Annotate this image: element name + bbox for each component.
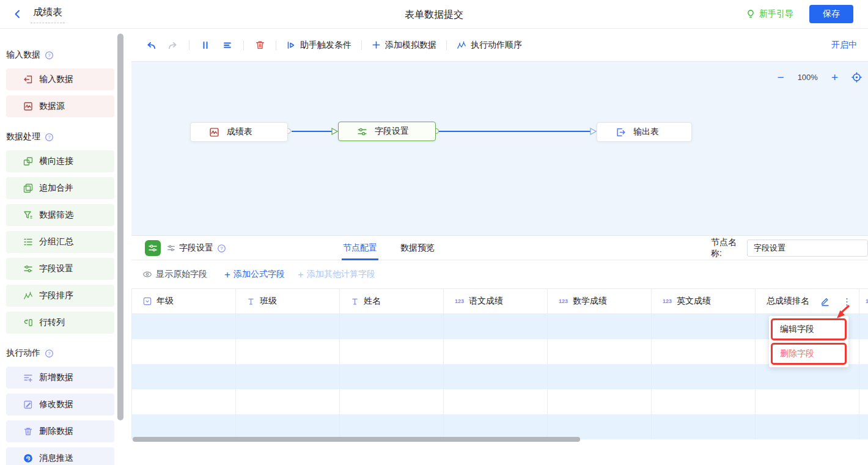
help-icon[interactable]: ? [45, 133, 54, 142]
section-header-actions: 执行动作 ? [6, 347, 114, 359]
zoom-in-icon[interactable]: + [831, 71, 838, 83]
table-cell[interactable] [132, 339, 236, 364]
column-header-chinese-score[interactable]: 123 语文成绩 [444, 289, 548, 313]
table-cell[interactable] [548, 314, 652, 339]
assistant-trigger-button[interactable]: 助手触发条件 [286, 40, 351, 51]
sidebar-item-message-push[interactable]: 消息推送 [6, 447, 114, 465]
table-cell[interactable] [548, 339, 652, 364]
table-cell[interactable] [236, 364, 340, 389]
select-field-icon [143, 297, 152, 306]
horizontal-join-icon [23, 156, 33, 166]
sidebar-item-modify-data[interactable]: 修改数据 [6, 394, 114, 416]
add-other-calc-field-button[interactable]: + 添加其他计算字段 [298, 269, 375, 280]
delete-node-icon[interactable] [254, 39, 266, 51]
horizontal-layout-icon[interactable] [221, 39, 234, 51]
redo-icon[interactable] [167, 39, 179, 51]
sidebar-item-append-merge[interactable]: 追加合并 [6, 177, 114, 199]
sidebar-item-field-settings[interactable]: 字段设置 [6, 258, 114, 280]
panel-node-title[interactable]: 字段设置 [179, 243, 213, 254]
table-cell[interactable] [444, 314, 548, 339]
table-cell[interactable] [340, 364, 444, 389]
column-header-grade[interactable]: 年级 [132, 289, 236, 313]
table-cell[interactable] [340, 414, 444, 439]
menu-item-delete-field[interactable]: 删除字段 [771, 343, 847, 365]
edit-field-icon[interactable] [820, 296, 830, 306]
sidebar-item-add-data[interactable]: 新增数据 [6, 367, 114, 389]
help-icon[interactable]: ? [217, 244, 226, 253]
table-cell[interactable] [652, 389, 756, 414]
table-cell[interactable] [444, 414, 548, 439]
table-cell[interactable] [236, 314, 340, 339]
sidebar-scrollbar-thumb[interactable] [117, 34, 123, 420]
tab-data-preview[interactable]: 数据预览 [399, 236, 436, 260]
table-cell[interactable] [132, 364, 236, 389]
beginner-guide-button[interactable]: 新手引导 [746, 9, 793, 20]
sidebar-item-data-source[interactable]: 数据源 [6, 95, 114, 117]
tab-node-config[interactable]: 节点配置 [342, 236, 378, 260]
node-source-table[interactable]: 成绩表 [190, 122, 288, 142]
scrollbar-thumb[interactable] [133, 437, 580, 442]
add-formula-field-button[interactable]: + 添加公式字段 [224, 269, 285, 280]
table-cell[interactable] [548, 414, 652, 439]
add-mock-data-button[interactable]: 添加模拟数据 [372, 40, 436, 51]
column-header-math-score[interactable]: 123 数学成绩 [548, 289, 652, 313]
table-cell[interactable] [444, 364, 548, 389]
table-cell[interactable] [548, 364, 652, 389]
sidebar-item-group-summary[interactable]: 分组汇总 [6, 231, 114, 253]
sidebar-item-delete-data[interactable]: 删除数据 [6, 420, 114, 442]
sidebar-item-row-to-column[interactable]: 行转列 [6, 312, 114, 334]
undo-icon[interactable] [145, 39, 157, 51]
column-header-class[interactable]: 班级 [236, 289, 340, 313]
sidebar-item-input-data[interactable]: 输入数据 [6, 68, 114, 90]
table-cell[interactable] [444, 389, 548, 414]
help-icon[interactable]: ? [45, 51, 54, 60]
table-cell[interactable] [756, 364, 859, 389]
node-field-settings[interactable]: 字段设置 [338, 122, 436, 141]
column-header-english-score[interactable]: 123 英文成绩 [652, 289, 756, 313]
table-cell[interactable] [340, 314, 444, 339]
table-cell[interactable] [132, 414, 236, 439]
add-formula-field-label: 添加公式字段 [234, 269, 285, 280]
table-cell[interactable] [859, 389, 868, 414]
sidebar-item-field-sort[interactable]: 字段排序 [6, 285, 114, 307]
node-output-table[interactable]: 输出表 [597, 122, 692, 142]
assistant-status[interactable]: 开启中 [831, 40, 868, 51]
table-cell[interactable] [236, 339, 340, 364]
table-cell[interactable] [132, 314, 236, 339]
table-cell[interactable] [132, 389, 236, 414]
table-cell[interactable] [652, 339, 756, 364]
action-order-button[interactable]: 执行动作顺序 [457, 40, 522, 51]
sidebar-item-horizontal-join[interactable]: 横向连接 [6, 150, 114, 172]
table-cell[interactable] [444, 339, 548, 364]
table-cell[interactable] [652, 314, 756, 339]
table-cell[interactable] [236, 414, 340, 439]
table-cell[interactable] [340, 389, 444, 414]
node-name-input[interactable] [747, 240, 868, 257]
help-icon[interactable]: ? [45, 349, 54, 358]
zoom-out-icon[interactable]: − [778, 71, 784, 83]
back-icon[interactable] [12, 9, 23, 20]
flow-canvas[interactable]: − 100% + 成绩表 字段设置 [131, 62, 868, 235]
table-cell[interactable] [859, 314, 868, 339]
table-cell[interactable] [756, 389, 859, 414]
column-header-name[interactable]: 姓名 [340, 289, 444, 313]
table-cell[interactable] [859, 364, 868, 389]
table-cell[interactable] [652, 364, 756, 389]
save-button[interactable]: 保存 [809, 5, 853, 23]
table-cell[interactable] [236, 389, 340, 414]
sidebar-item-data-filter[interactable]: 数据筛选 [6, 204, 114, 226]
table-cell[interactable] [652, 414, 756, 439]
show-original-fields-button[interactable]: 显示原始字段 [142, 269, 207, 280]
document-title[interactable]: 成绩表 [31, 5, 65, 23]
table-cell[interactable] [756, 414, 859, 439]
table-cell[interactable] [548, 389, 652, 414]
fit-view-icon[interactable] [851, 72, 862, 82]
plus-icon: + [224, 269, 230, 280]
table-cell[interactable] [340, 339, 444, 364]
table-cell[interactable] [859, 339, 868, 364]
menu-item-edit-field[interactable]: 编辑字段 [771, 318, 847, 340]
column-label: 年级 [156, 296, 174, 307]
table-cell[interactable] [859, 414, 868, 439]
vertical-layout-icon[interactable] [199, 39, 211, 51]
column-header-partial[interactable]: 123 [859, 289, 868, 313]
